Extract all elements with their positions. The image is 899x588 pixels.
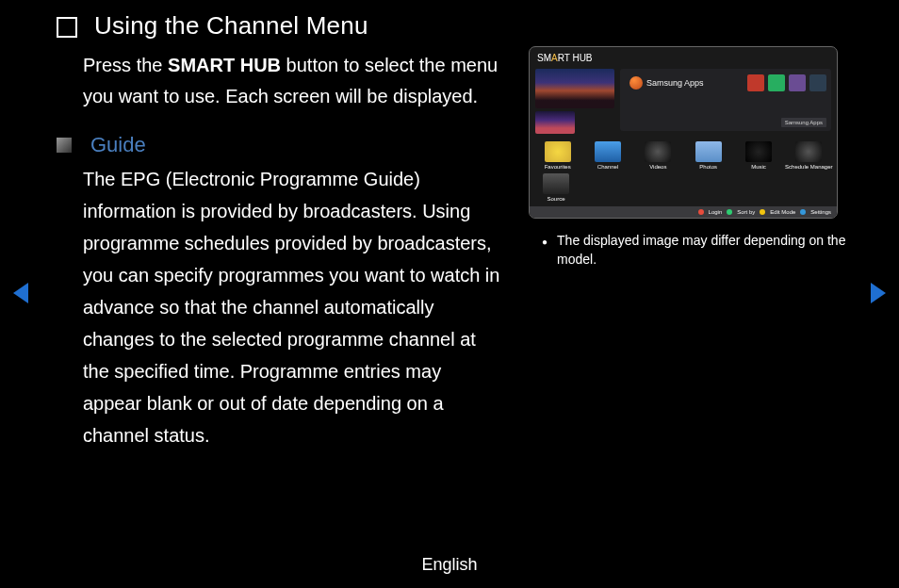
app-label: Videos — [634, 164, 682, 170]
bullet-icon: ● — [542, 236, 548, 249]
footer-label: Sort by — [737, 209, 755, 215]
intro-text: Press the SMART HUB button to select the… — [83, 50, 500, 112]
section-title: Guide — [90, 133, 146, 157]
app-label: Music — [734, 164, 782, 170]
section-body: The EPG (Electronic Programme Guide) inf… — [83, 163, 500, 451]
next-page-button[interactable] — [871, 283, 886, 303]
note-text: The displayed image may differ depending… — [557, 232, 847, 269]
footer-label: Settings — [810, 209, 831, 215]
footer-label: Edit Mode — [770, 209, 795, 215]
preview-thumbnail-large — [535, 69, 614, 108]
smarthub-footer: Login Sort by Edit Mode Settings — [530, 206, 837, 218]
apps-panel: Samsung Apps Samsung Apps — [620, 69, 831, 131]
source-icon — [543, 173, 569, 194]
intro-bold: SMART HUB — [168, 55, 281, 75]
app-label: Source — [533, 196, 579, 202]
book-icon — [57, 17, 77, 38]
smart-hub-screenshot: SMART HUB Samsung Apps — [529, 46, 838, 219]
square-bullet-icon — [57, 138, 72, 153]
blue-dot-icon — [800, 209, 806, 215]
photos-icon — [695, 141, 722, 162]
app-label: Photos — [684, 164, 732, 170]
page-title: Using the Channel Menu — [94, 11, 368, 41]
smarthub-logo: SMART HUB — [537, 53, 593, 63]
green-dot-icon — [727, 209, 732, 215]
app-label: Channel — [583, 164, 631, 170]
chevron-left-icon — [13, 283, 28, 303]
language-label: English — [0, 555, 899, 575]
apps-banner: Samsung Apps — [781, 118, 826, 127]
mini-app-icon — [789, 74, 806, 91]
samsung-apps-label: Samsung Apps — [646, 78, 704, 88]
footer-label: Login — [709, 209, 723, 215]
red-dot-icon — [698, 209, 704, 215]
yellow-dot-icon — [760, 209, 765, 215]
chevron-right-icon — [871, 283, 886, 303]
samsung-apps-icon — [629, 76, 643, 90]
music-icon — [745, 141, 772, 162]
app-label: Favourites — [533, 164, 581, 170]
channel-icon — [595, 141, 621, 162]
favourites-icon — [545, 141, 571, 162]
mini-app-icon — [747, 74, 764, 91]
prev-page-button[interactable] — [13, 283, 28, 303]
videos-icon — [645, 141, 671, 162]
mini-app-icon — [809, 74, 826, 91]
intro-prefix: Press the — [83, 55, 168, 75]
preview-thumbnail-small — [535, 111, 575, 134]
app-label: Schedule Manager — [785, 164, 833, 170]
mini-app-icon — [768, 74, 785, 91]
schedule-manager-icon — [795, 141, 822, 162]
